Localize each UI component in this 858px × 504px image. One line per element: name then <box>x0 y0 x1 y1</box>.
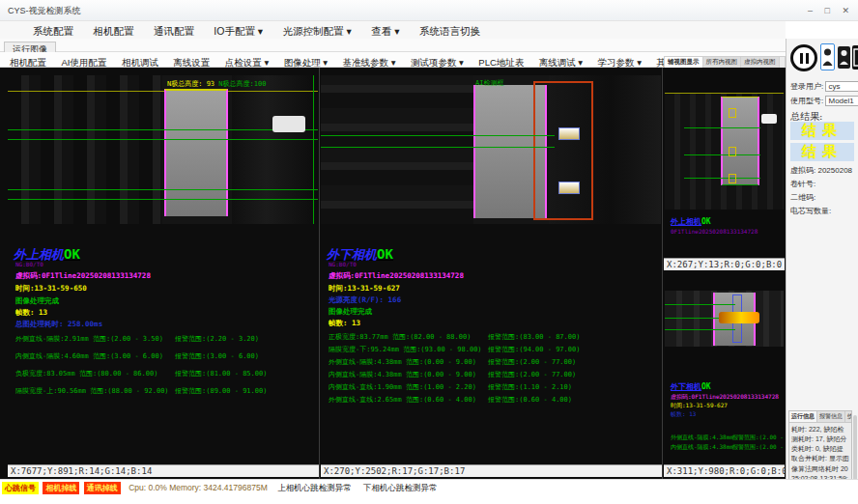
vcode-value: 20250208 <box>817 166 852 175</box>
tab-all-inner-view[interactable]: 所有内视图 <box>703 57 742 68</box>
window-title: CYS-视觉检测系统 <box>8 6 81 15</box>
maximize-icon[interactable]: □ <box>820 0 835 21</box>
camera-status-ok: OK <box>701 382 711 391</box>
pause-icon <box>800 53 809 64</box>
process-done-line: 图像处理完成 <box>15 296 59 306</box>
heartbeat-badge: 心跳信号 <box>2 482 39 494</box>
overlay-green-line <box>8 199 318 200</box>
mini-view-bottom[interactable]: 外下相机OK 虚拟码:0F1Tline20250208133134728 时间:… <box>665 273 784 462</box>
window-controls: – □ ✕ <box>803 0 854 21</box>
exit-door-icon <box>852 45 858 70</box>
measurement-row: 外侧直线-隔膜:4.38mm 范围:(0.00 - 9.00) 报警范围:(2.… <box>329 357 660 369</box>
overlay-green-line <box>321 135 555 136</box>
overlay-label-green: N极总高度:100 <box>218 80 266 88</box>
mini-measurement-alarm: 报警范围:(2.00 - 77.00) <box>732 443 784 452</box>
exit-button[interactable] <box>852 45 858 70</box>
marker-box <box>729 108 736 118</box>
cursor-coordinates-readout: X:311;Y:980;R:0;G:0;B:0 <box>664 464 785 477</box>
camera-name-label: 外下相机 <box>327 247 377 262</box>
mini-result-title: 外上相机OK <box>671 216 711 227</box>
light-source-line: 光源亮度(R/F): 166 <box>329 295 401 305</box>
measurement-alarm: 报警范围:(3.00 - 6.00) <box>175 351 259 361</box>
measurement-alarm: 报警范围:(0.60 - 4.00) <box>488 395 572 405</box>
camera-status-ok: OK <box>701 217 711 226</box>
bright-weld-blob <box>719 312 759 323</box>
mini-result-title: 外下相机OK <box>671 381 711 392</box>
overlay-green-line <box>684 154 760 155</box>
user-dark-icon <box>838 46 850 69</box>
cpu-memory-readout: Cpu: 0.0% Memory: 3424.41796875M <box>129 483 268 492</box>
measurement-alarm: 报警范围:(94.00 - 97.00) <box>488 345 580 354</box>
camera-image-outer-bottom[interactable]: AI检测框 <box>321 75 661 224</box>
mini-view-top[interactable]: 外上相机OK 0F1Tline20250208133134728 <box>665 70 784 258</box>
camera-panel-outer-bottom: AI检测框 外下相机OK NG:B0/T0 虚拟码:0F1Tline202502… <box>321 68 663 479</box>
measurement-value: 负极宽度:83.05mm 范围:(80.00 - 86.00) <box>15 370 157 378</box>
time-line: 时间:13-31-59-627 <box>329 284 400 294</box>
measurement-value: 隔膜宽度-上:90.56mm 范围:(88.00 - 92.00) <box>15 387 169 395</box>
roller-object <box>272 116 305 132</box>
ai-box-label: AI检测框 <box>475 78 503 88</box>
admin-user-button[interactable] <box>838 46 850 69</box>
status-bar: 心跳信号 相机掉线 通讯掉线 Cpu: 0.0% Memory: 3424.41… <box>0 479 858 504</box>
measurement-row: 外侧直线-隔膜:2.91mm 范围:(2.00 - 3.50) 报警范围:(2.… <box>15 334 317 346</box>
cursor-coordinates-readout: X:270;Y:2502;R:17;G:17;B:17 <box>321 464 662 477</box>
frame-count-line: 帧数: 13 <box>15 308 47 318</box>
mini-measurement-alarm: 报警范围:(2.00 - 77.00) <box>732 434 784 442</box>
measurement-value: 外侧直线-隔膜:4.38mm 范围:(0.00 - 9.00) <box>329 358 476 366</box>
user-icon <box>821 44 834 70</box>
overlay-green-line <box>8 189 318 190</box>
mini-measurement: 外侧直线-隔膜:4.38mm <box>671 434 733 442</box>
measurement-alarm: 报警范围:(89.00 - 91.00) <box>175 386 267 396</box>
comm-offline-badge: 通讯掉线 <box>84 482 121 494</box>
tab-alarm-info[interactable]: 报警信息 <box>817 411 845 422</box>
mini-barcode-line: 虚拟码:0F1Tline20250208133134728 <box>671 393 779 402</box>
model-field[interactable]: Model1 <box>825 96 858 106</box>
qrcode-label: 二维码: <box>790 192 815 203</box>
tab-aux-view[interactable]: 辅视图显示 <box>665 57 703 68</box>
ai-detect-box <box>533 81 593 220</box>
overlay-yellow-line <box>8 91 318 92</box>
side-view-column: 外上相机OK 0F1Tline20250208133134728 X:267;Y… <box>664 68 785 479</box>
overlay-green-line <box>321 147 555 148</box>
machinery-background <box>8 75 162 224</box>
measurement-row: 负极宽度:83.05mm 范围:(80.00 - 86.00) 报警范围:(81… <box>15 369 317 380</box>
login-user-button[interactable] <box>820 43 835 70</box>
model-label: 使用型号: <box>790 97 823 105</box>
tab-virtual-inner-view[interactable]: 虚拟内视图 <box>741 57 780 68</box>
pause-button[interactable] <box>790 44 817 71</box>
height-overlay-label: N极总高度: 93 N极总高度:100 <box>167 79 266 89</box>
overlay-green-vline <box>313 75 314 224</box>
overlay-green-line <box>665 304 735 305</box>
result-bottom-badge: 结果 <box>790 143 854 161</box>
tab-run-info[interactable]: 运行信息 <box>789 411 817 422</box>
measurement-value: 内侧直线-隔膜:4.60mm 范围:(3.00 - 6.00) <box>15 352 163 360</box>
pointer-object <box>761 114 777 124</box>
model-row: 使用型号: Model1 <box>790 96 858 106</box>
login-user-field[interactable]: cys <box>825 81 858 92</box>
camera-status-ok: OK <box>377 246 393 262</box>
frame-count-line: 帧数: 13 <box>329 319 360 328</box>
measurement-row: 内侧直线-直线:1.90mm 范围:(1.00 - 2.20) 报警范围:(1.… <box>329 382 660 394</box>
measurement-value: 隔膜宽度-下:95.24mm 范围:(93.00 - 98.00) <box>329 346 482 353</box>
tab-statistics-info[interactable]: 统计信息 <box>845 411 852 422</box>
mini-barcode-line: 0F1Tline20250208133134728 <box>671 228 758 235</box>
camera-name-label: 外上相机 <box>671 217 701 226</box>
measurement-row: 内侧直线-隔膜:4.38mm 范围:(0.00 - 9.00) 报警范围:(2.… <box>329 370 660 381</box>
overlay-green-line <box>684 178 760 179</box>
marker-box <box>729 174 736 183</box>
mini-measurement: 内侧直线-隔膜:4.38mm <box>671 443 733 452</box>
barcode-line: 虚拟码:0F1Tline20250208133134728 <box>329 271 464 281</box>
close-icon[interactable]: ✕ <box>837 0 854 21</box>
camera-image-outer-top[interactable]: N极总高度: 93 N极总高度:100 <box>8 75 318 224</box>
measurement-value: 外侧直线-隔膜:2.91mm 范围:(2.00 - 3.50) <box>15 335 163 343</box>
cell-write-count-label: 电芯写数量: <box>790 206 831 216</box>
measurement-value: 内侧直线-直线:1.90mm 范围:(1.00 - 2.20) <box>329 383 476 391</box>
measurement-row: 内侧直线-隔膜:4.60mm 范围:(3.00 - 6.00) 报警范围:(3.… <box>15 351 317 363</box>
measurement-alarm: 报警范围:(83.00 - 87.00) <box>488 332 580 342</box>
machinery-background <box>321 75 473 224</box>
machinery-background <box>232 75 318 224</box>
camera-status-ok: OK <box>64 246 80 262</box>
vcode-row: 虚拟码: 20250208 <box>790 165 852 176</box>
minimize-icon[interactable]: – <box>803 0 817 21</box>
measurement-value: 内侧直线-隔膜:4.38mm 范围:(0.00 - 9.00) <box>329 371 476 378</box>
